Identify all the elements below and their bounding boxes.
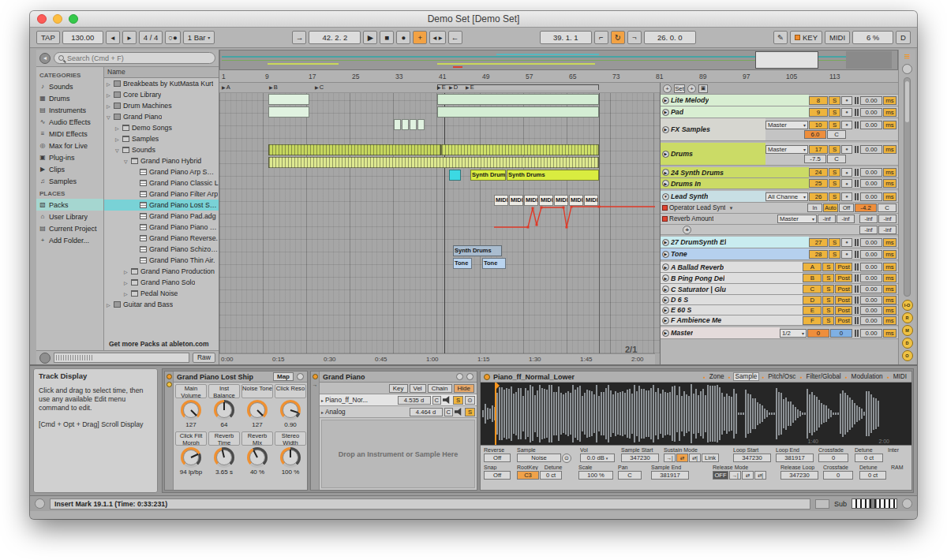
track-name[interactable]: ▶A Ballad Reverb [661, 262, 803, 272]
track-number[interactable]: 28 [809, 250, 828, 259]
track-number[interactable]: C [803, 285, 822, 293]
sidebar-item-sounds[interactable]: ♪Sounds [36, 80, 103, 92]
unfold-arrow-icon[interactable]: ▼ [662, 193, 669, 200]
loop-brace[interactable] [437, 84, 599, 90]
track-header-row[interactable]: ▶F Ambience MeFSPost0.00ms [661, 315, 898, 326]
solo-button[interactable]: S [829, 179, 840, 188]
tree-expand-arrow[interactable]: ▷ [124, 280, 130, 286]
macro-knob[interactable]: Stereo Width100 % [274, 431, 307, 476]
arm-button[interactable]: ● [841, 145, 852, 154]
record-button[interactable]: ● [396, 31, 410, 44]
device-circle-icon[interactable] [456, 373, 463, 380]
solo-button[interactable]: S [829, 121, 840, 129]
tree-item[interactable]: ▷Grand Piano Solo [104, 277, 219, 288]
solo-button[interactable]: S [822, 316, 834, 325]
track-header-row[interactable]: +Set+▣ [661, 83, 898, 95]
set-button[interactable]: Set [674, 84, 685, 93]
track-header-row[interactable]: ▼Lead SynthAll Channe▾26S●0.00ms [661, 191, 898, 203]
control-value[interactable]: 347230 [621, 454, 659, 462]
chain-volume[interactable]: 4.464 d [410, 408, 443, 416]
arrangement-position-display[interactable]: 42. 2. 2 [309, 31, 361, 44]
ms-button[interactable]: ms [883, 168, 896, 177]
tab-sample[interactable]: Sample [733, 372, 760, 381]
solo-button[interactable]: S [829, 238, 840, 247]
track-delay-value[interactable]: 0.00 [860, 238, 882, 247]
post-toggle[interactable]: Post [835, 306, 852, 315]
locator-E[interactable]: ▶E [437, 84, 446, 91]
track-header-row[interactable]: ▶C Saturator | GluCSPost0.00ms [661, 284, 898, 295]
rack-chain-row[interactable]: ▸Piano_ff_Nor...4.535 dCS⊙ [320, 394, 477, 406]
automation-breakpoint[interactable] [527, 226, 530, 229]
unfold-arrow-icon[interactable]: ▶ [662, 317, 669, 324]
solo-button[interactable]: S [822, 296, 834, 304]
solo-button[interactable]: S [829, 145, 840, 154]
solo-button[interactable]: S [829, 168, 840, 177]
control-value[interactable]: 347230 [733, 454, 771, 462]
solo-button[interactable]: S [829, 96, 840, 105]
sidebar-item-audio-effects[interactable]: ∿Audio Effects [36, 116, 103, 128]
menu-icon[interactable]: ≡ [904, 53, 911, 61]
arm-button[interactable]: ● [841, 168, 852, 177]
track-name[interactable]: ▶Master [661, 327, 780, 338]
control-value[interactable]: 0 ct [855, 454, 883, 462]
macro-knob[interactable]: Reverb Time3.65 s [208, 431, 241, 476]
device-on-icon[interactable] [313, 374, 318, 379]
tree-expand-arrow[interactable]: ▷ [124, 291, 130, 297]
track-delay-value[interactable]: 0.00 [860, 274, 882, 282]
metronome-button[interactable]: ○● [165, 31, 180, 44]
track-name[interactable]: ▶F Ambience Me [661, 315, 803, 325]
loop-start-display[interactable]: 39. 1. 1 [540, 31, 592, 44]
minimize-button[interactable] [53, 14, 62, 24]
track-delay-value[interactable]: 0.00 [860, 250, 882, 259]
control-value[interactable]: 0 [823, 471, 853, 480]
post-toggle[interactable]: Post [835, 263, 852, 271]
tree-item[interactable]: ▷Demo Songs [104, 122, 219, 133]
chain-pan[interactable]: C [432, 396, 441, 405]
clip[interactable] [410, 119, 417, 130]
arm-button[interactable]: ● [841, 179, 852, 188]
solo-button[interactable]: S [822, 274, 834, 282]
tree-expand-arrow[interactable]: ▽ [107, 114, 113, 120]
clip[interactable]: MIDI [584, 195, 598, 206]
sidebar-item-plug-ins[interactable]: ▣Plug-ins [36, 151, 103, 163]
routing-selector[interactable]: Master▾ [777, 215, 817, 223]
key-map-button[interactable]: KEY [790, 31, 822, 44]
ms-button[interactable]: ms [883, 108, 896, 117]
sidebar-item-clips[interactable]: ▶Clips [36, 163, 103, 175]
search-input[interactable]: Search (Cmd + F) [54, 52, 215, 64]
hotswap-icon[interactable]: ⊙ [465, 396, 475, 405]
solo-button[interactable]: S [822, 306, 834, 315]
track-header-row[interactable]: ▶A Ballad ReverbASPost0.00ms [661, 262, 898, 273]
tree-item[interactable]: Grand Piano Arp Swee [104, 166, 219, 177]
track-delay-value[interactable]: 0.00 [860, 329, 882, 338]
ableton-link[interactable]: ableton.com [170, 340, 209, 348]
track-header-row[interactable]: ▶B Ping Pong DelBSPost0.00ms [661, 273, 898, 284]
post-toggle[interactable]: Post [835, 274, 852, 282]
tree-item[interactable]: ▷Core Library [104, 89, 219, 100]
control-value[interactable]: →| [729, 471, 741, 480]
track-name[interactable]: ▶Tone [661, 248, 809, 259]
pan-value[interactable]: C [827, 155, 846, 163]
ms-button[interactable]: ms [883, 316, 896, 325]
track-header-row[interactable]: ▶E 60 SESPost0.00ms [661, 305, 898, 315]
hotswap-icon[interactable] [167, 382, 172, 387]
track-number[interactable]: B [803, 274, 822, 282]
clip[interactable]: Tone [453, 258, 472, 269]
unfold-arrow-icon[interactable]: ▶ [662, 97, 669, 104]
tree-item[interactable]: ▽Sounds [104, 144, 219, 155]
track-number[interactable]: F [803, 316, 822, 325]
automation-lane-name[interactable]: Operator Lead Synt▼ [661, 203, 807, 213]
automation-breakpoint[interactable] [532, 207, 534, 210]
clip[interactable] [441, 144, 599, 155]
automation-arm-button[interactable]: ◂ ▸ [429, 31, 445, 44]
tree-expand-arrow[interactable]: ▷ [107, 81, 113, 87]
track-name[interactable]: ▶27 DrumSynth El [661, 237, 809, 248]
track-number[interactable]: 27 [809, 238, 828, 247]
sampler-titlebar[interactable]: Piano_ff_Normal_Lower ●Zone●Sample●Pitch… [481, 371, 911, 383]
arm-button[interactable]: ● [841, 108, 852, 117]
add-locator-icon[interactable]: + [687, 84, 696, 93]
arm-button[interactable]: ● [841, 250, 852, 259]
nudge-down-button[interactable]: ◂ [106, 31, 120, 44]
unfold-arrow-icon[interactable]: ▶ [662, 109, 669, 116]
tree-item[interactable]: ▷Guitar and Bass [104, 299, 219, 310]
